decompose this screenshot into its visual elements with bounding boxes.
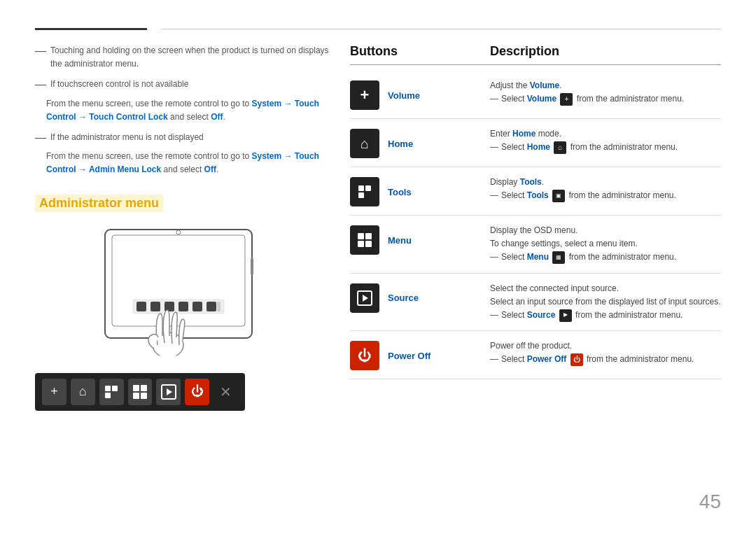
svg-rect-15 <box>105 393 111 398</box>
power-sub-dash: — <box>490 353 498 366</box>
power-desc-sub: — Select Power Off ⏻ from the administra… <box>490 353 721 366</box>
svg-rect-14 <box>112 386 118 391</box>
svg-rect-17 <box>141 385 147 391</box>
desc-cell-home: Enter Home mode. — Select Home ⌂ from th… <box>490 127 721 154</box>
dash-3: — <box>35 131 46 144</box>
source-sub-text: Select Source ▶ from the administrator m… <box>501 309 682 322</box>
home-sub-bold: Home <box>527 142 550 152</box>
main-content: — Touching and holding on the screen whe… <box>35 44 721 506</box>
svg-rect-0 <box>105 230 252 338</box>
svg-rect-16 <box>133 385 139 391</box>
source-sub-bold: Source <box>527 310 556 320</box>
menu-sub-dash: — <box>490 251 498 264</box>
source-desc-line2: Select an input source from the displaye… <box>490 295 721 309</box>
power-label: Power Off <box>388 351 430 361</box>
svg-rect-18 <box>133 393 139 399</box>
page-container: — Touching and holding on the screen whe… <box>0 0 756 534</box>
tools-btn-svg <box>357 184 372 199</box>
volume-desc-main: Adjust the Volume. <box>490 79 721 92</box>
dash-2: — <box>35 78 46 91</box>
svg-point-2 <box>176 230 181 234</box>
toolbar-tools-btn[interactable] <box>99 379 124 405</box>
text-block-3: — If the administrator menu is not displ… <box>35 131 329 177</box>
power-btn-icon: ⏻ <box>350 341 379 370</box>
svg-rect-11 <box>217 302 220 311</box>
toolbar-source-btn[interactable] <box>156 379 181 405</box>
home-mini-icon: ⌂ <box>554 141 566 154</box>
right-panel: Buttons Description + Volume Adjust the … <box>350 44 721 506</box>
desc-cell-source: Select the connected input source. Selec… <box>490 282 721 323</box>
btn-cell-volume: + Volume <box>350 79 490 110</box>
dash-1: — <box>35 44 46 71</box>
svg-rect-24 <box>358 192 364 198</box>
source-desc-sub: — Select Source ▶ from the administrator… <box>490 309 721 322</box>
tools-btn-icon <box>350 177 379 206</box>
left-panel: — Touching and holding on the screen whe… <box>35 44 329 506</box>
text-3-end: and select <box>161 164 204 174</box>
source-btn-icon <box>350 283 379 313</box>
text-3-period: . <box>216 164 218 174</box>
table-row-menu: Menu Display the OSD menu. To change set… <box>350 216 721 274</box>
toolbar-volume-btn[interactable]: + <box>42 379 66 405</box>
table-row-tools: Tools Display Tools. — Select Tools ▣ fr… <box>350 167 721 216</box>
svg-rect-3 <box>251 258 253 275</box>
text-2-sub: From the menu screen, use the remote con… <box>46 99 251 108</box>
toolbar-power-btn[interactable]: ⏻ <box>185 379 209 405</box>
desc-cell-tools: Display Tools. — Select Tools ▣ from the… <box>490 176 721 202</box>
bottom-toolbar: + ⌂ <box>35 373 245 411</box>
desc-cell-volume: Adjust the Volume. — Select Volume + fro… <box>490 79 721 106</box>
desc-cell-menu: Display the OSD menu. To change settings… <box>490 224 721 265</box>
table-row-volume: + Volume Adjust the Volume. — Select Vol… <box>350 71 721 119</box>
tools-mini-icon: ▣ <box>552 190 565 202</box>
home-desc-main: Enter Home mode. <box>490 127 721 141</box>
toolbar-menu-btn[interactable] <box>128 379 153 405</box>
tools-icon <box>104 384 119 400</box>
menu-btn-icon <box>350 225 379 255</box>
top-line-long <box>161 29 721 29</box>
text-2-off: Off <box>211 112 223 122</box>
home-desc-bold: Home <box>512 129 536 139</box>
svg-rect-13 <box>105 386 111 391</box>
svg-rect-6 <box>150 302 160 311</box>
menu-sub-bold: Menu <box>527 252 549 262</box>
svg-rect-19 <box>141 393 147 399</box>
col-buttons-header: Buttons <box>350 44 490 59</box>
toolbar-close-btn[interactable]: ✕ <box>214 379 238 405</box>
svg-rect-10 <box>206 302 216 311</box>
power-sub-bold: Power Off <box>527 354 567 364</box>
volume-label: Volume <box>388 90 420 101</box>
tools-sub-dash: — <box>490 189 498 202</box>
col-description-header: Description <box>490 44 721 59</box>
text-1: Touching and holding on the screen when … <box>50 44 329 71</box>
volume-desc-bold: Volume <box>530 80 559 90</box>
menu-desc-line1: Display the OSD menu. <box>490 224 721 237</box>
btn-cell-tools: Tools <box>350 176 490 206</box>
source-desc-line1: Select the connected input source. <box>490 282 721 295</box>
home-desc-sub: — Select Home ⌂ from the administrator m… <box>490 141 721 154</box>
home-sub-dash: — <box>490 141 498 154</box>
source-icon <box>161 384 176 400</box>
menu-sub-text: Select Menu ▦ from the administrator men… <box>501 251 676 264</box>
home-icon: ⌂ <box>350 129 379 158</box>
tools-desc-bold: Tools <box>520 177 542 187</box>
svg-rect-5 <box>136 302 146 311</box>
home-label: Home <box>388 139 413 149</box>
top-decorative-lines <box>35 28 721 30</box>
text-block-2: — If touchscreen control is not availabl… <box>35 78 329 124</box>
svg-rect-23 <box>365 185 371 191</box>
source-label: Source <box>388 293 419 303</box>
menu-mini-icon: ▦ <box>552 251 565 264</box>
tablet-svg <box>91 223 273 356</box>
text-3-sub: From the menu screen, use the remote con… <box>46 151 251 161</box>
menu-desc-line2: To change settings, select a menu item. <box>490 237 721 251</box>
svg-rect-27 <box>358 241 364 247</box>
tablet-illustration <box>84 223 280 363</box>
tools-desc-sub: — Select Tools ▣ from the administrator … <box>490 189 721 202</box>
svg-rect-8 <box>178 302 188 311</box>
text-3: If the administrator menu is not display… <box>50 131 329 144</box>
text-2: If touchscreen control is not available <box>50 78 329 91</box>
page-number: 45 <box>699 491 721 513</box>
toolbar-home-btn[interactable]: ⌂ <box>71 379 95 405</box>
volume-sub-text: Select Volume + from the administrator m… <box>501 92 684 106</box>
power-mini-icon: ⏻ <box>570 353 583 366</box>
